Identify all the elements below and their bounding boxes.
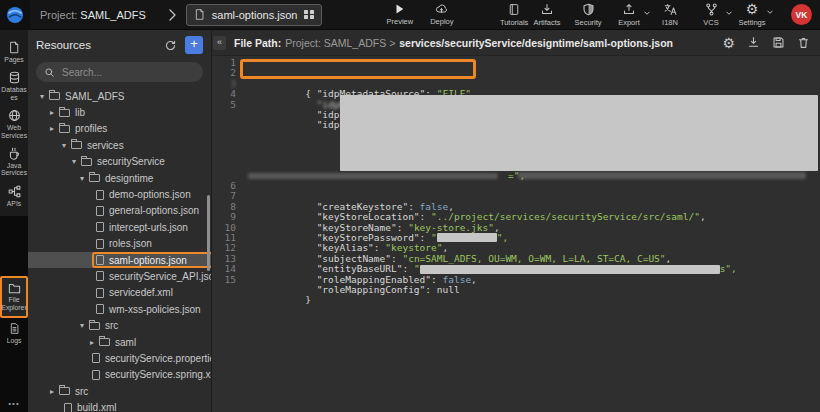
pages-label: Pages [1,56,28,63]
tree-label: securityService.spring.xml [105,369,211,380]
security-label: Security [574,18,601,27]
file-icon [96,288,104,298]
export-label: Export [618,18,640,27]
file-path-value: services/securityService/designtime/saml… [399,37,673,49]
sidebar-item-pages[interactable]: Pages [0,37,28,67]
redaction-block-public-key [340,95,818,171]
sidebar-item-file-explorer[interactable]: File Explorer [0,276,28,318]
sidebar-item-java-services[interactable]: Java Services [0,143,28,181]
code-line-1[interactable]: 1 - { [212,58,820,68]
deploy-label: Deploy [430,17,453,26]
code-line-11[interactable]: 11 "subjectName": "cn=SAML_ADFS, OU=WM, … [212,233,820,243]
tab-saml-options[interactable]: saml-options.json [186,4,322,26]
tutorials-button[interactable]: Tutorials [500,3,528,27]
vcs-button[interactable]: VCS [697,3,725,27]
tree-item-security-service-api[interactable]: securityService_API.json [28,268,211,284]
tree-item-build-xml[interactable]: build.xml [28,399,211,412]
app-window: Project: SAML_ADFS saml-options.json Pre… [0,0,820,412]
app-logo[interactable] [0,0,30,30]
play-icon [393,3,406,15]
code-line-2[interactable]: 2 "idpMetadataSource": "FILE", [212,68,820,78]
fold-marker[interactable]: - [239,58,245,68]
tree-item-security-service[interactable]: ▾ securityService [28,154,211,170]
code-line-13[interactable]: 13 "roleMappingEnabled": false, [212,254,820,264]
blurred-remnant [518,172,806,179]
upload-tray-icon [622,3,636,16]
rail-more-button[interactable]: ••• [0,399,28,408]
security-button[interactable]: Security [574,3,602,27]
file-settings-icon[interactable]: ⚙ [722,36,735,50]
trash-icon[interactable] [797,36,810,49]
tree-item-services[interactable]: ▾ services [28,137,211,153]
collapse-panel-button[interactable]: « [213,36,226,50]
preview-label: Preview [387,17,414,26]
code-line-15[interactable]: 15 } [212,275,820,285]
export-button[interactable]: Export [615,3,643,27]
file-icon [96,206,104,216]
tree-item-general-options[interactable]: general-options.json [28,203,211,219]
chevron-right-icon[interactable] [168,9,176,21]
artifacts-button[interactable]: Artifacts [533,3,561,27]
brand-swirl-icon [6,6,24,24]
top-bar: Project: SAML_ADFS saml-options.json Pre… [0,0,820,30]
code-editor[interactable]: 1 - { 2 "idpMetadataSource": "FILE", 3 "… [212,56,820,412]
code-line-3[interactable]: 3 "idpMetadataUrl": null, [212,79,820,89]
tree-item-security-service-properties[interactable]: securityService.properties [28,350,211,366]
search-icon [44,67,55,78]
code-line-9[interactable]: 9 "keyStorePassword": "", [212,212,820,222]
chevron-down-icon [644,11,650,16]
tree-item-demo-options[interactable]: demo-options.json [28,186,211,202]
file-icon [92,353,100,363]
add-resource-button[interactable]: + [185,36,203,54]
settings-button[interactable]: ⚙ Settings [738,2,766,27]
tree-label: securityService.properties [105,353,211,364]
tree-item-profiles[interactable]: ▸ profiles [28,121,211,137]
code-lines-bottom: 6 "createKeystore": false, 7 "keyStoreLo… [212,181,820,285]
line-number: 15 [212,275,236,285]
file-icon [96,304,104,314]
search-input[interactable] [60,66,180,79]
tree-item-intercept-urls[interactable]: intercept-urls.json [28,219,211,235]
sidebar-item-web-services[interactable]: Web Services [0,105,28,143]
deploy-button[interactable]: Deploy [428,3,456,26]
tree-item-saml-adfs[interactable]: ▾ SAML_ADFS [28,88,211,104]
i18n-button[interactable]: I18N [656,3,684,27]
logs-label: Logs [1,337,28,344]
resources-panel: Resources + ▾ SAML_ADFS ▸ lib ▸ profil [28,30,212,412]
download-icon[interactable] [747,36,760,49]
code-line-7[interactable]: 7 "keyStoreLocation": "../project/servic… [212,191,820,201]
tree-item-security-service-spring[interactable]: securityService.spring.xml [28,367,211,383]
gear-icon: ⚙ [746,2,759,16]
topbar-right-group: Artifacts Security Export [533,2,820,27]
branch-icon [705,3,718,16]
tree-label: wm-xss-policies.json [109,304,201,315]
tree-item-src-2[interactable]: ▸ src [28,383,211,399]
code-line-10[interactable]: 10 "keyAlias": "keystore", [212,223,820,233]
resources-scrollbar[interactable] [207,195,210,271]
sidebar-item-logs[interactable]: Logs [0,318,28,348]
globe-icon [8,109,21,122]
code-line-6[interactable]: 6 "createKeystore": false, [212,181,820,191]
resources-header: Resources + [28,30,211,60]
tree-item-roles[interactable]: roles.json [28,236,211,252]
code-line-14[interactable]: 14 "roleMappingConfig": null [212,264,820,274]
tree-item-src[interactable]: ▾ src [28,317,211,333]
user-avatar[interactable]: VK [791,4,812,25]
tree-item-saml[interactable]: ▸ saml [28,334,211,350]
refresh-icon[interactable] [164,39,177,52]
tree-item-designtime[interactable]: ▾ designtime [28,170,211,186]
web-services-label: Web Services [1,124,28,139]
tree-item-servicedef[interactable]: servicedef.xml [28,285,211,301]
folder-icon [81,158,92,166]
sidebar-item-databases[interactable]: Databases [0,67,28,105]
code-line-8[interactable]: 8 "keyStoreName": "key-store.jks", [212,202,820,212]
preview-button[interactable]: Preview [386,3,414,26]
sidebar-item-apis[interactable]: APIs [0,181,28,211]
tree-item-lib[interactable]: ▸ lib [28,104,211,120]
code-line-12[interactable]: 12 "entityBaseURL": "s", [212,243,820,253]
grid-icon[interactable] [304,10,314,20]
save-icon[interactable] [772,36,785,49]
tree-item-wm-xss-policies[interactable]: wm-xss-policies.json [28,301,211,317]
rail-top-group: Pages Databases Web Services [0,30,28,216]
tree-item-saml-options[interactable]: saml-options.json [28,252,211,268]
